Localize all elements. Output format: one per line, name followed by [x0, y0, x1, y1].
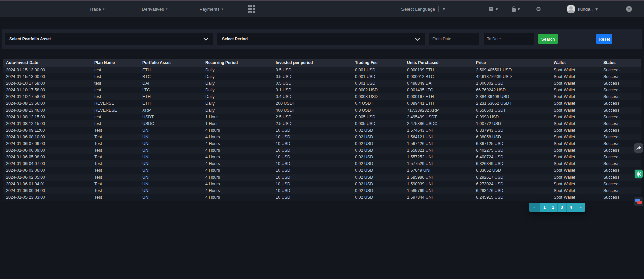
chat-bubbles-extension-button[interactable] [634, 197, 643, 206]
username: kunda.. [578, 7, 593, 12]
from-date-input[interactable] [429, 33, 479, 45]
table-cell: Spot Wallet [550, 167, 600, 174]
table-cell: Success [600, 73, 641, 80]
user-menu[interactable]: kunda.. ▾ [567, 5, 598, 13]
table-cell: 0.0002 USD [352, 87, 404, 93]
search-button[interactable]: Search [538, 34, 558, 44]
nav-menu-derivatives[interactable]: Derivatives ▾ [142, 7, 167, 12]
chevron-down-icon: ▾ [222, 7, 223, 11]
table-cell: 0.02 USD [352, 194, 404, 201]
chevron-down-icon: ▾ [595, 6, 598, 12]
table-cell: 2024-01-06 07:09:00 [3, 140, 91, 147]
table-cell: Daily [202, 87, 272, 93]
table-cell: Test [91, 147, 139, 154]
table-cell: USDC [139, 120, 202, 127]
table-cell: 6.367125 USD [473, 140, 550, 147]
table-cell: Test [91, 167, 139, 174]
table-row: 2024-01-06 09:11:00TestUNI4 Hours10 USD0… [3, 127, 641, 134]
nav-menu-derivatives-label: Derivatives [142, 7, 164, 12]
help-icon[interactable]: ? [626, 6, 632, 12]
table-cell: UNI [139, 187, 202, 194]
to-date-input[interactable] [484, 33, 534, 45]
pagination-page-3[interactable]: 3 [558, 203, 567, 212]
table-cell: 0.001 USD [352, 80, 404, 87]
pagination-page-2[interactable]: 2 [549, 203, 558, 212]
table-cell: UNI [139, 181, 202, 187]
table-cell: 10 USD [272, 174, 352, 181]
table-cell: test [91, 114, 139, 120]
pagination-next-button[interactable]: » [575, 203, 585, 212]
table-cell: Spot Wallet [550, 107, 600, 114]
col-status: Status [600, 59, 641, 67]
table-cell: 2024-01-08 12:15:00 [3, 114, 91, 120]
col-invested-per-period: Invested per period [272, 59, 352, 67]
portfolio-asset-select[interactable]: Select Portfolio Asset [5, 33, 213, 45]
table-cell: Success [600, 114, 641, 120]
table-row: 2024-01-10 17:58:00testLTCDaily0.1 USD0.… [3, 87, 641, 93]
table-cell: 4 Hours [202, 160, 272, 167]
table-cell: 0.02 USD [352, 187, 404, 194]
language-selector-label: Select Language [401, 7, 435, 12]
table-cell: 4 Hours [202, 134, 272, 140]
table-cell: 10 USD [272, 147, 352, 154]
reset-button[interactable]: Reset [596, 34, 612, 44]
table-cell: 4 Hours [202, 147, 272, 154]
table-cell: 2,509.405501 USD [473, 67, 550, 73]
table-cell: Spot Wallet [550, 181, 600, 187]
table-cell: 200 USDT [272, 100, 352, 107]
table-cell: Spot Wallet [550, 134, 600, 140]
table-cell: Daily [202, 93, 272, 100]
table-cell: Daily [202, 67, 272, 73]
table-cell: 0.02 USD [352, 140, 404, 147]
table-cell: 1.577529 UNI [404, 160, 473, 167]
pagination-page-4[interactable]: 4 [567, 203, 575, 212]
table-cell: UNI [139, 154, 202, 160]
table-cell: test [91, 73, 139, 80]
table-cell: Success [600, 100, 641, 107]
table-cell: 2.5 USD [272, 114, 352, 120]
table-cell: 2024-01-06 03:06:00 [3, 167, 91, 174]
table-cell: 0.5 USD [272, 73, 352, 80]
table-cell: 1.585986 UNI [404, 174, 473, 181]
table-row: 2024-01-15 13:00:00testETHDaily0.5 USD0.… [3, 67, 641, 73]
table-cell: Test [91, 187, 139, 194]
table-cell: 4 Hours [202, 140, 272, 147]
table-cell: Spot Wallet [550, 87, 600, 93]
share-shortcut-button[interactable] [634, 143, 643, 153]
table-row: 2024-01-06 00:04:00TestUNI4 Hours10 USD0… [3, 187, 641, 194]
period-select[interactable]: Select Period [217, 33, 425, 45]
table-cell: 1.57649 UNI [404, 167, 473, 174]
nav-menu-trade[interactable]: Trade ▾ [89, 7, 104, 12]
table-cell: 0.02 USD [352, 181, 404, 187]
table-cell: Spot Wallet [550, 187, 600, 194]
pagination-prev-button[interactable]: « [529, 203, 540, 212]
table-cell: Spot Wallet [550, 120, 600, 127]
table-cell: 1.000302 USD [473, 80, 550, 87]
table-cell: BTC [139, 73, 202, 80]
language-selector[interactable]: Select Language ▼ [401, 6, 446, 12]
col-portfolio-asset: Portfolio Asset [139, 59, 202, 67]
pagination-page-1[interactable]: 1 [540, 203, 549, 212]
orders-book-menu[interactable]: ▾ [489, 6, 498, 12]
table-cell: UNI [139, 127, 202, 134]
table-cell: 0.4 USDT [352, 100, 404, 107]
pagination-row: « 1 2 3 4 » [3, 203, 641, 212]
table-cell: 6.33052 USD [473, 167, 550, 174]
table-cell: REVERSE [91, 100, 139, 107]
nav-menu-payments[interactable]: Payments ▾ [200, 7, 223, 12]
table-cell: 0.02 USD [352, 147, 404, 154]
chatgpt-extension-button[interactable] [634, 169, 643, 179]
table-cell: Success [600, 93, 641, 100]
table-cell: Test [91, 174, 139, 181]
table-cell: 2024-01-08 13:56:00 [3, 100, 91, 107]
table-cell: 2024-01-06 06:09:00 [3, 147, 91, 154]
table-row: 2024-01-06 02:05:00TestUNI4 Hours10 USD0… [3, 174, 641, 181]
apps-grid-icon[interactable] [248, 5, 255, 13]
table-row: 2024-01-06 05:08:00TestUNI4 Hours10 USD0… [3, 154, 641, 160]
table-cell: 6.326349 USD [473, 160, 550, 167]
table-row: 2024-01-15 13:00:00testBTCDaily0.5 USD0.… [3, 73, 641, 80]
settings-gear-icon[interactable]: ⚙ [536, 6, 541, 12]
table-cell: 2024-01-15 13:00:00 [3, 67, 91, 73]
wallet-bag-menu[interactable]: ▾ [511, 6, 520, 12]
chevron-down-icon: ▾ [166, 7, 168, 11]
